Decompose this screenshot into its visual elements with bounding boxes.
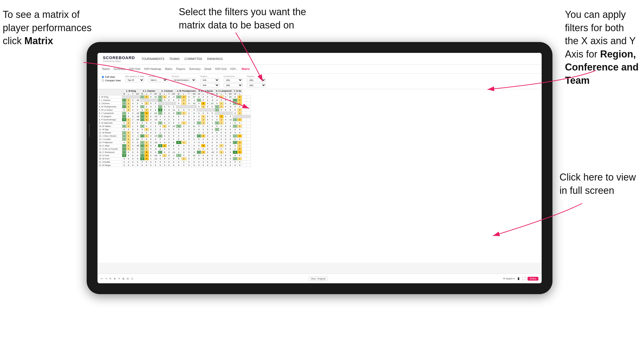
matrix-cell: 0 — [162, 118, 167, 121]
filter-conference-select[interactable]: (All) — [224, 78, 243, 82]
matrix-cell: 0 — [126, 115, 131, 118]
matrix-area[interactable]: 1. W Ding 2. L Clanton 3. J Koivun 4. M … — [97, 89, 542, 263]
toolbar-undo[interactable]: ↩ — [101, 277, 103, 280]
toolbar-refresh[interactable]: ⟳ — [109, 277, 112, 280]
matrix-cell: 0 — [186, 125, 191, 128]
nav-tournaments[interactable]: TOURNAMENTS — [141, 56, 164, 62]
filter-players-select[interactable]: (All) — [247, 78, 266, 82]
matrix-cell: 1 — [233, 134, 238, 138]
full-view-radio[interactable]: Full View — [102, 76, 121, 78]
matrix-cell: 0 — [131, 131, 135, 134]
matrix-cell: 1 — [126, 141, 131, 144]
matrix-cell — [223, 112, 228, 115]
matrix-cell: 0 — [122, 108, 126, 112]
filter-conference-select-2[interactable]: (All) — [224, 83, 243, 87]
sub-nav-h2h-grid2[interactable]: H2H Grid — [215, 67, 226, 71]
matrix-cell: -11 — [153, 157, 158, 160]
nav-rankings[interactable]: RANKINGS — [207, 56, 223, 62]
toolbar-collapse[interactable]: ⊟ — [127, 277, 129, 280]
nav-teams[interactable]: TEAMS — [169, 56, 180, 62]
toolbar-redo[interactable]: ↪ — [105, 277, 107, 280]
compact-view-radio[interactable]: Compact View — [102, 79, 121, 82]
matrix-cell: 1 — [162, 125, 167, 128]
matrix-cell: 0 — [167, 108, 171, 112]
matrix-cell: 0 — [135, 147, 140, 151]
sub-nav-matrix-active[interactable]: Matrix — [242, 67, 249, 71]
filter-players-select-2[interactable]: (All) — [247, 83, 266, 87]
matrix-cell: 0 — [181, 128, 186, 131]
sub-nav-summary2[interactable]: Summary — [189, 67, 201, 71]
matrix-cell: 0 — [201, 128, 206, 131]
matrix-cell: -25 — [135, 144, 140, 147]
matrix-cell: 0 — [135, 121, 140, 125]
sub-nav-summary[interactable]: Summary — [113, 67, 125, 71]
filter-division-select[interactable]: NCAA Division I NCAA Division II — [172, 78, 196, 82]
matrix-cell: 0 — [144, 131, 149, 134]
toolbar-edit[interactable]: ✎ — [118, 277, 120, 280]
matrix-cell: 0 — [197, 141, 201, 144]
matrix-cell: 0 — [162, 138, 167, 141]
sub-nav-h2h-grid[interactable]: H2H Grid — [129, 67, 140, 71]
sub-nav-detail[interactable]: Detail — [204, 67, 212, 71]
matrix-cell: 1 — [176, 95, 181, 99]
matrix-cell: 1 — [140, 147, 144, 151]
filter-region-select-2[interactable]: N/A — [200, 83, 219, 87]
matrix-cell: 8 — [171, 144, 176, 147]
view-label[interactable]: View: Original — [309, 277, 327, 281]
matrix-cell: 0 — [167, 154, 171, 157]
sub-nav-h2h-heatmap[interactable]: H2H Heatmap — [144, 67, 161, 71]
matrix-cell — [171, 102, 176, 105]
matrix-cell: 1 — [126, 105, 131, 108]
matrix-cell: 0 — [149, 115, 153, 118]
matrix-cell: 5 — [201, 144, 206, 147]
sub-nav-teams[interactable]: Teams — [102, 67, 110, 71]
matrix-cell: 4 — [176, 141, 181, 144]
matrix-cell: -1 — [171, 154, 176, 157]
matrix-cell — [242, 115, 246, 118]
matrix-cell: 2 — [135, 102, 140, 105]
matrix-cell: 1 — [223, 151, 228, 154]
filter-division-label: Division — [172, 75, 196, 78]
matrix-cell: 0 — [206, 138, 210, 141]
filter-region-select[interactable]: N/A East West — [200, 78, 219, 82]
matrix-cell: 0 — [167, 160, 171, 164]
filter-max-players-select[interactable]: Top 25 Top 50 — [125, 78, 144, 82]
fullscreen-button[interactable]: ⛶ — [522, 277, 525, 281]
row-label: 10. B Valdes — [98, 125, 122, 128]
matrix-cell: 1 — [131, 125, 135, 128]
toolbar-add[interactable]: ⊕ — [114, 277, 116, 280]
sub-nav-h2h-more[interactable]: H2H... — [230, 67, 238, 71]
mobile-view-button[interactable]: 📱 — [517, 277, 520, 280]
matrix-cell — [162, 102, 167, 105]
share-button[interactable]: Share — [528, 277, 538, 281]
matrix-cell: 0 — [181, 164, 186, 167]
table-row: 5. M La Sasso01000106400-110000100001 — [98, 108, 251, 112]
matrix-cell: -6 — [228, 105, 233, 108]
sub-nav-players[interactable]: Players — [176, 67, 185, 71]
matrix-cell — [242, 95, 246, 99]
table-row: 6. C Lamprecht100-1624124100-51106000001 — [98, 112, 251, 115]
toolbar-expand[interactable]: ⊞ — [122, 277, 125, 280]
matrix-cell: 1 — [158, 95, 162, 99]
matrix-table: 1. W Ding 2. L Clanton 3. J Koivun 4. M … — [97, 89, 251, 167]
matrix-cell: 1 — [238, 112, 242, 115]
matrix-cell: 1 — [126, 125, 131, 128]
toolbar-settings[interactable]: ⊙ — [131, 277, 133, 280]
matrix-cell: 0 — [215, 131, 219, 134]
matrix-cell: 0 — [149, 95, 153, 99]
matrix-cell: 0 — [176, 160, 181, 164]
matrix-cell: 0 — [171, 118, 176, 121]
row-label: 4. M Thorbjornsen — [98, 105, 122, 108]
matrix-cell: 0 — [201, 99, 206, 102]
sub-nav-matrix-1[interactable]: Matrix — [165, 67, 172, 71]
matrix-col-empty — [98, 89, 122, 95]
matrix-cell: 1 — [122, 125, 126, 128]
watch-button[interactable]: 👁 Watch ▾ — [503, 277, 515, 280]
matrix-cell: 0 — [158, 115, 162, 118]
matrix-cell: 0 — [215, 138, 219, 141]
matrix-cell: 0 — [144, 160, 149, 164]
filter-gender-select[interactable]: Men's Women's — [148, 78, 167, 82]
matrix-cell: -3 — [135, 134, 140, 138]
tablet-side-button — [89, 123, 90, 137]
nav-committee[interactable]: COMMITTEE — [184, 56, 202, 62]
